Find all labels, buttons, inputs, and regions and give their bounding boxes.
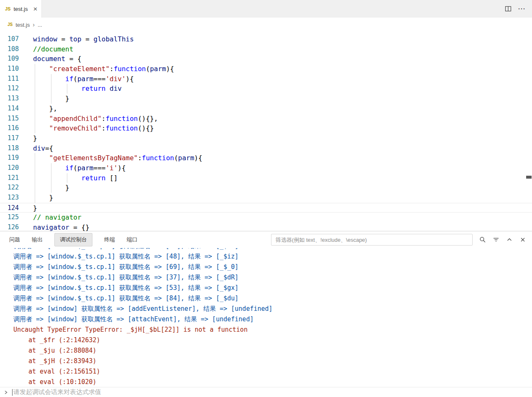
console-error-line: Uncaught TypeError TypeError: _$jH[_$bL[…: [0, 325, 532, 335]
more-actions-icon[interactable]: ⋯: [518, 5, 525, 13]
panel-tab-ports[interactable]: 端口: [127, 233, 138, 246]
code-line-108: 108//document: [0, 44, 532, 54]
line-number: 123: [0, 193, 33, 203]
line-number: 118: [0, 143, 33, 154]
tab-title: test.js: [13, 6, 28, 12]
code-editor[interactable]: 107window = top = globalThis108//documen…: [0, 32, 532, 231]
close-icon[interactable]: [519, 236, 526, 243]
line-number: 109: [0, 54, 33, 64]
indent-guide: [35, 123, 35, 133]
panel-tabs: 问题输出调试控制台终端端口: [9, 233, 149, 246]
console-log-line: 调用者 => [window.$_ts.cp.1] 获取属性名 => [69],…: [0, 262, 532, 272]
console-log-line: 调用者 => [window.$_ts.cp.1] 获取属性名 => [48],…: [0, 251, 532, 262]
indent-guide: [35, 114, 35, 124]
code-line-114: 114 },: [0, 104, 532, 114]
text-cursor: [12, 389, 13, 396]
line-number: 116: [0, 123, 33, 133]
indent-guide: [35, 193, 35, 203]
breadcrumb-symbol[interactable]: ...: [38, 22, 42, 28]
code-line-118: 118div={: [0, 143, 532, 154]
console-log-line: 调用者 => [window] 获取属性名 => [addEventListen…: [0, 304, 532, 314]
indent-guide: [51, 173, 51, 183]
breadcrumb: JS test.js › ...: [0, 18, 532, 32]
chevron-right-icon: ›: [33, 22, 35, 28]
code-line-112: 112 return div: [0, 84, 532, 94]
code-line-111: 111 if(parm==='div'){: [0, 74, 532, 84]
indent-guide: [35, 173, 35, 183]
console-log-line: 调用者 => [window.$_ts.cp.1] 获取属性名 => [84],…: [0, 293, 532, 304]
line-number: 124: [0, 203, 33, 213]
breadcrumb-file[interactable]: test.js: [15, 22, 30, 28]
indent-guide: [35, 64, 35, 74]
indent-guide: [51, 94, 51, 104]
line-number: 119: [0, 153, 33, 163]
line-number: 120: [0, 163, 33, 173]
code-line-107: 107window = top = globalThis: [0, 34, 532, 44]
indent-guide: [35, 163, 35, 173]
line-number: 122: [0, 183, 33, 193]
panel-header: 问题输出调试控制台终端端口: [0, 231, 532, 248]
indent-guide: [51, 74, 51, 84]
console-error-line: at eval (:2:156151): [0, 366, 532, 377]
console-log-line: 调用者 => [window.$_ts.cp.1] 获取属性名 => [48],…: [0, 248, 532, 251]
panel-tab-debug-console[interactable]: 调试控制台: [54, 233, 92, 246]
panel-tab-terminal[interactable]: 终端: [104, 233, 115, 246]
console-log-line: 调用者 => [window.$_ts.cp.1] 获取属性名 => [53],…: [0, 283, 532, 293]
line-number: 108: [0, 44, 33, 54]
filter-lines-icon[interactable]: [493, 236, 499, 243]
split-editor-icon[interactable]: [505, 5, 512, 12]
console-input-placeholder: 请发起调试会话来对表达式求值: [13, 388, 101, 396]
indent-guide: [67, 84, 67, 94]
code-line-116: 116 "removeChild":function(){}: [0, 123, 532, 133]
line-number: 126: [0, 223, 33, 231]
line-number: 112: [0, 84, 33, 94]
code-line-125: 125// navigator: [0, 213, 532, 223]
console-filter-input[interactable]: [271, 234, 473, 246]
overview-ruler-mark: [526, 176, 532, 179]
panel-tab-problems[interactable]: 问题: [9, 233, 20, 246]
editor-tab-bar: JS test.js × ⋯: [0, 0, 532, 18]
debug-console-input[interactable]: 请发起调试会话来对表达式求值: [0, 387, 532, 397]
code-line-126: 126navigator = {}: [0, 223, 532, 231]
panel-actions: [479, 236, 526, 243]
panel-tab-output[interactable]: 输出: [32, 233, 43, 246]
line-number: 107: [0, 34, 33, 44]
debug-console-output[interactable]: 调用者 => [window.$_ts.cp.1] 获取属性名 => [48],…: [0, 248, 532, 387]
line-number: 125: [0, 213, 33, 223]
indent-guide: [51, 84, 51, 94]
tab-close-icon[interactable]: ×: [33, 5, 37, 13]
code-line-122: 122 }: [0, 183, 532, 193]
indent-guide: [67, 173, 67, 183]
line-number: 114: [0, 104, 33, 114]
indent-guide: [35, 153, 35, 163]
code-line-110: 110 "createElement":function(parm){: [0, 64, 532, 74]
indent-guide: [35, 84, 35, 94]
search-icon[interactable]: [479, 236, 486, 243]
line-number: 113: [0, 94, 33, 104]
code-line-119: 119 "getElementsByTagName":function(parm…: [0, 153, 532, 163]
code-line-121: 121 return []: [0, 173, 532, 183]
bottom-panel: 问题输出调试控制台终端端口 调用者 => [window.$_ts.cp.1] …: [0, 231, 532, 397]
chevron-right-icon: [3, 390, 8, 395]
code-line-120: 120 if(parm==='i'){: [0, 163, 532, 173]
code-lines: 107window = top = globalThis108//documen…: [0, 34, 532, 231]
line-number: 121: [0, 173, 33, 183]
indent-guide: [51, 163, 51, 173]
editor-actions: ⋯: [505, 0, 532, 18]
line-number: 111: [0, 74, 33, 84]
javascript-file-icon: JS: [5, 7, 10, 11]
console-error-line: at eval (:10:1020): [0, 377, 532, 387]
vscode-window: JS test.js × ⋯ JS test.js › ... 107windo…: [0, 0, 532, 397]
code-line-115: 115 "appendChild":function(){},: [0, 114, 532, 124]
indent-guide: [35, 74, 35, 84]
javascript-file-icon: JS: [8, 23, 13, 27]
line-number: 117: [0, 133, 33, 143]
console-log-line: 调用者 => [window.$_ts.cp.1] 获取属性名 => [37],…: [0, 272, 532, 283]
code-line-123: 123 }: [0, 193, 532, 203]
console-error-line: at _$ju (:2:88084): [0, 346, 532, 356]
tab-test-js[interactable]: JS test.js ×: [0, 0, 42, 18]
code-line-113: 113 }: [0, 94, 532, 104]
indent-guide: [35, 183, 35, 193]
chevron-up-icon[interactable]: [506, 236, 513, 243]
code-line-117: 117}: [0, 133, 532, 143]
